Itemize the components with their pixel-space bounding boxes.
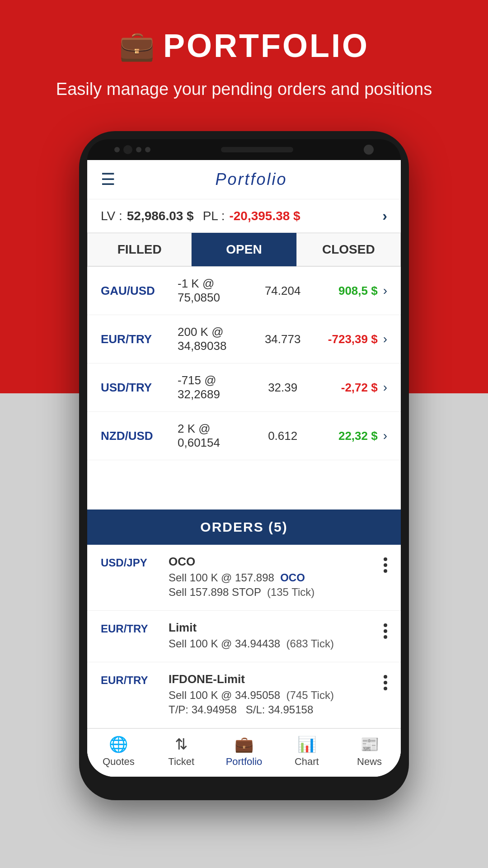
ticket-icon: ⇅ — [175, 735, 188, 753]
order-pair: EUR/TRY — [101, 621, 169, 635]
order-pair: EUR/TRY — [101, 672, 169, 687]
orders-count-label: ORDERS (5) — [200, 519, 287, 534]
nav-item-chart[interactable]: 📊 Chart — [275, 735, 338, 768]
nav-label-quotes: Quotes — [103, 756, 135, 768]
hero-subtitle: Easily manage your pending orders and po… — [0, 78, 488, 101]
order-details: Limit Sell 100 K @ 34.94438 (683 Tick) — [169, 621, 384, 652]
position-row[interactable]: USD/TRY -715 @ 32,2689 32.39 -2,72 $ › — [87, 363, 401, 412]
nav-label-ticket: Ticket — [168, 756, 194, 768]
phone-outer: ☰ Portfolio LV : 52,986.03 $ PL : -20,39… — [79, 131, 409, 800]
order-detail-line: Sell 100 K @ 34.94438 (683 Tick) — [169, 637, 384, 650]
nav-label-chart: Chart — [295, 756, 319, 768]
briefcase-icon: 💼 — [119, 29, 155, 63]
nav-label-news: News — [357, 756, 382, 768]
position-details: -1 K @ 75,0850 — [178, 277, 256, 305]
hamburger-menu-icon[interactable]: ☰ — [101, 170, 115, 189]
positions-list: GAU/USD -1 K @ 75,0850 74.204 908,5 $ › … — [87, 267, 401, 460]
order-tp-sl-line: T/P: 34.94958 S/L: 34.95158 — [169, 703, 384, 716]
camera-dot-2 — [136, 147, 141, 152]
nav-title: Portfolio — [115, 170, 387, 189]
menu-dot — [384, 681, 387, 684]
row-chevron-icon: › — [383, 429, 387, 443]
lv-value: 52,986.03 $ — [127, 209, 194, 223]
pl-label: PL : — [203, 209, 225, 223]
pnl-value: 908,5 $ — [310, 284, 378, 298]
phone-screen: ☰ Portfolio LV : 52,986.03 $ PL : -20,39… — [87, 160, 401, 777]
order-item[interactable]: USD/JPY OCO Sell 100 K @ 157.898 OCO Sel… — [87, 545, 401, 611]
nav-label-portfolio: Portfolio — [226, 756, 263, 768]
menu-dot — [384, 623, 387, 627]
app-content: ☰ Portfolio LV : 52,986.03 $ PL : -20,39… — [87, 160, 401, 777]
phone-mockup: ☰ Portfolio LV : 52,986.03 $ PL : -20,39… — [79, 131, 409, 800]
order-item[interactable]: EUR/TRY Limit Sell 100 K @ 34.94438 (683… — [87, 611, 401, 662]
pnl-value: -723,39 $ — [310, 332, 378, 346]
order-item[interactable]: EUR/TRY IFDONE-Limit Sell 100 K @ 34.950… — [87, 662, 401, 728]
nav-item-news[interactable]: 📰 News — [338, 735, 401, 768]
chart-icon: 📊 — [297, 735, 316, 753]
order-context-menu-button[interactable] — [384, 672, 387, 693]
camera-dots — [114, 145, 150, 154]
order-details: IFDONE-Limit Sell 100 K @ 34.95058 (745 … — [169, 672, 384, 718]
nav-item-ticket[interactable]: ⇅ Ticket — [150, 735, 213, 768]
hero-title-row: 💼 PORTFOLIO — [0, 27, 488, 64]
portfolio-icon: 💼 — [235, 735, 253, 753]
current-price: 34.773 — [256, 332, 310, 346]
current-price: 0.612 — [256, 429, 310, 443]
bottom-nav: 🌐 Quotes ⇅ Ticket 💼 Portfolio 📊 Chart — [87, 728, 401, 777]
tab-closed[interactable]: CLOSED — [296, 233, 401, 266]
position-row[interactable]: GAU/USD -1 K @ 75,0850 74.204 908,5 $ › — [87, 267, 401, 315]
order-tick: (135 Tick) — [267, 586, 314, 598]
speaker — [221, 147, 293, 152]
menu-dot — [384, 687, 387, 690]
row-chevron-icon: › — [383, 332, 387, 346]
globe-icon: 🌐 — [109, 735, 128, 753]
current-price: 32.39 — [256, 381, 310, 395]
front-camera — [364, 145, 374, 155]
order-type: IFDONE-Limit — [169, 672, 384, 686]
pair-name: USD/TRY — [101, 381, 178, 395]
order-detail-line: Sell 100 K @ 157.898 OCO — [169, 571, 384, 584]
order-context-menu-button[interactable] — [384, 621, 387, 642]
tab-bar: FILLED OPEN CLOSED — [87, 233, 401, 267]
nav-item-portfolio[interactable]: 💼 Portfolio — [213, 735, 276, 768]
tab-filled[interactable]: FILLED — [87, 233, 192, 266]
tab-open[interactable]: OPEN — [192, 233, 296, 266]
position-row[interactable]: EUR/TRY 200 K @ 34,89038 34.773 -723,39 … — [87, 315, 401, 363]
pnl-value: -2,72 $ — [310, 381, 378, 395]
order-context-menu-button[interactable] — [384, 555, 387, 576]
camera-dot-3 — [145, 147, 150, 152]
pair-name: GAU/USD — [101, 284, 178, 298]
menu-dot — [384, 629, 387, 633]
pnl-value: 22,32 $ — [310, 429, 378, 443]
position-row[interactable]: NZD/USD 2 K @ 0,60154 0.612 22,32 $ › — [87, 412, 401, 460]
phone-top-bar — [87, 139, 401, 160]
order-detail-line: Sell 100 K @ 34.95058 (745 Tick) — [169, 689, 384, 702]
order-pair: USD/JPY — [101, 555, 169, 569]
position-details: 2 K @ 0,60154 — [178, 422, 256, 450]
oco-label: OCO — [280, 571, 305, 584]
order-tick: (683 Tick) — [286, 637, 334, 650]
menu-dot — [384, 557, 387, 561]
camera-lens — [123, 145, 132, 154]
row-chevron-icon: › — [383, 380, 387, 395]
menu-dot — [384, 569, 387, 573]
menu-dot — [384, 675, 387, 679]
order-details: OCO Sell 100 K @ 157.898 OCO Sell 157.89… — [169, 555, 384, 600]
account-chevron-icon[interactable]: › — [382, 208, 387, 224]
nav-item-quotes[interactable]: 🌐 Quotes — [87, 735, 150, 768]
news-icon: 📰 — [360, 735, 379, 753]
pl-value: -20,395.38 $ — [229, 209, 382, 223]
orders-header: ORDERS (5) — [87, 509, 401, 545]
menu-dot — [384, 635, 387, 639]
order-type: Limit — [169, 621, 384, 635]
position-details: 200 K @ 34,89038 — [178, 325, 256, 353]
camera-dot-1 — [114, 147, 120, 152]
position-details: -715 @ 32,2689 — [178, 373, 256, 401]
lv-label: LV : — [101, 209, 122, 223]
order-tick: (745 Tick) — [286, 689, 334, 701]
menu-dot — [384, 563, 387, 567]
pair-name: NZD/USD — [101, 429, 178, 443]
order-detail-line: Sell 157.898 STOP (135 Tick) — [169, 586, 384, 599]
current-price: 74.204 — [256, 284, 310, 298]
row-chevron-icon: › — [383, 283, 387, 298]
